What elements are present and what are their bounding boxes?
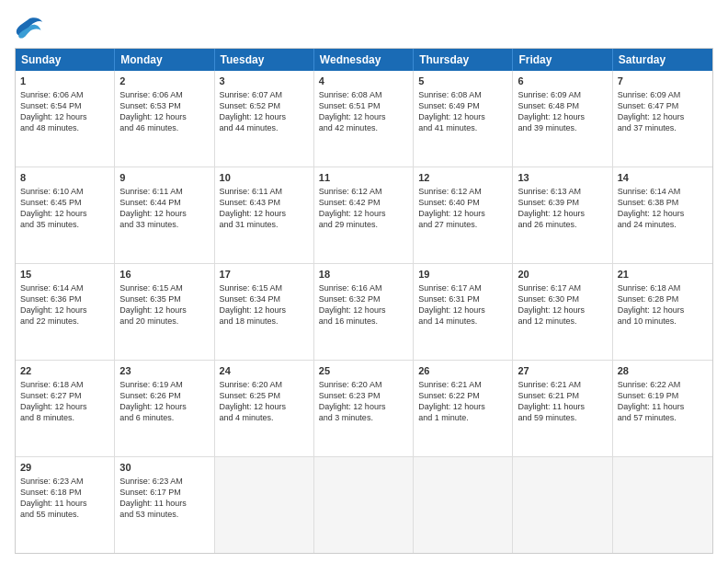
logo-icon	[15, 15, 44, 40]
calendar-cell	[314, 457, 414, 553]
day-info-line: Sunrise: 6:20 AM	[220, 379, 309, 390]
day-info-line: Daylight: 12 hours	[119, 304, 209, 316]
day-info-line: Sunset: 6:17 PM	[119, 487, 209, 498]
calendar-cell: 27Sunrise: 6:21 AMSunset: 6:21 PMDayligh…	[513, 361, 612, 456]
calendar-cell: 20Sunrise: 6:17 AMSunset: 6:30 PMDayligh…	[513, 264, 612, 360]
day-number: 22	[20, 364, 109, 378]
day-info-line: Daylight: 12 hours	[20, 208, 109, 219]
day-info-line: Sunset: 6:18 PM	[20, 487, 109, 498]
day-info-line: Daylight: 12 hours	[20, 401, 109, 412]
day-number: 27	[518, 364, 607, 378]
day-info-line: and 29 minutes.	[319, 219, 408, 230]
calendar-cell: 13Sunrise: 6:13 AMSunset: 6:39 PMDayligh…	[513, 167, 612, 263]
day-info-line: Sunrise: 6:22 AM	[618, 379, 708, 390]
header-day-monday: Monday	[115, 49, 214, 71]
calendar-cell: 28Sunrise: 6:22 AMSunset: 6:19 PMDayligh…	[613, 361, 712, 456]
day-number: 29	[20, 461, 109, 475]
day-info-line: Daylight: 11 hours	[119, 498, 209, 509]
calendar-cell: 21Sunrise: 6:18 AMSunset: 6:28 PMDayligh…	[613, 264, 712, 360]
day-number: 25	[319, 364, 408, 378]
calendar-cell: 18Sunrise: 6:16 AMSunset: 6:32 PMDayligh…	[314, 264, 414, 360]
calendar-cell: 15Sunrise: 6:14 AMSunset: 6:36 PMDayligh…	[16, 264, 115, 360]
day-info-line: and 26 minutes.	[518, 219, 607, 230]
day-info-line: Sunset: 6:25 PM	[220, 390, 309, 401]
day-number: 4	[319, 75, 408, 88]
day-number: 18	[319, 268, 408, 282]
header	[15, 15, 713, 40]
calendar-cell: 5Sunrise: 6:08 AMSunset: 6:49 PMDaylight…	[414, 71, 513, 167]
day-info-line: Sunrise: 6:09 AM	[518, 89, 607, 100]
calendar-cell: 17Sunrise: 6:15 AMSunset: 6:34 PMDayligh…	[215, 264, 314, 360]
calendar-cell: 26Sunrise: 6:21 AMSunset: 6:22 PMDayligh…	[414, 361, 513, 456]
day-info-line: Daylight: 12 hours	[518, 208, 607, 219]
day-info-line: Daylight: 12 hours	[220, 304, 309, 316]
calendar-row-2: 8Sunrise: 6:10 AMSunset: 6:45 PMDaylight…	[16, 167, 712, 263]
day-info-line: Daylight: 12 hours	[518, 304, 607, 316]
day-info-line: Sunrise: 6:19 AM	[119, 379, 209, 390]
day-info-line: Daylight: 12 hours	[20, 304, 109, 316]
day-info-line: and 41 minutes.	[418, 122, 507, 133]
calendar-cell: 9Sunrise: 6:11 AMSunset: 6:44 PMDaylight…	[115, 167, 214, 263]
day-number: 23	[119, 364, 209, 378]
day-info-line: Daylight: 12 hours	[418, 208, 507, 219]
day-info-line: Daylight: 12 hours	[418, 304, 507, 316]
header-day-saturday: Saturday	[613, 49, 712, 71]
day-info-line: Sunset: 6:19 PM	[618, 390, 708, 401]
day-info-line: and 6 minutes.	[119, 412, 209, 423]
day-info-line: and 37 minutes.	[618, 122, 708, 133]
day-info-line: and 57 minutes.	[618, 412, 708, 423]
day-info-line: Sunset: 6:38 PM	[618, 197, 708, 208]
day-info-line: Sunrise: 6:18 AM	[618, 282, 708, 293]
day-info-line: Sunset: 6:34 PM	[220, 293, 309, 304]
day-info-line: Daylight: 12 hours	[618, 111, 708, 122]
day-info-line: and 55 minutes.	[20, 509, 109, 520]
calendar-cell: 2Sunrise: 6:06 AMSunset: 6:53 PMDaylight…	[115, 71, 214, 167]
day-number: 6	[518, 75, 607, 88]
day-info-line: Daylight: 12 hours	[319, 208, 408, 219]
calendar-cell: 8Sunrise: 6:10 AMSunset: 6:45 PMDaylight…	[16, 167, 115, 263]
day-number: 10	[220, 171, 309, 185]
day-info-line: and 14 minutes.	[418, 316, 507, 327]
day-number: 20	[518, 268, 607, 282]
day-info-line: Sunrise: 6:23 AM	[20, 476, 109, 487]
day-info-line: Sunrise: 6:16 AM	[319, 282, 408, 293]
calendar-cell: 23Sunrise: 6:19 AMSunset: 6:26 PMDayligh…	[115, 361, 214, 456]
day-info-line: Sunset: 6:51 PM	[319, 100, 408, 111]
day-info-line: Sunset: 6:44 PM	[119, 197, 209, 208]
day-number: 13	[518, 171, 607, 185]
day-info-line: Daylight: 12 hours	[618, 304, 708, 316]
day-info-line: Sunrise: 6:21 AM	[518, 379, 607, 390]
day-info-line: Sunrise: 6:08 AM	[319, 89, 408, 100]
day-number: 11	[319, 171, 408, 185]
day-info-line: and 48 minutes.	[20, 122, 109, 133]
day-info-line: Sunrise: 6:11 AM	[119, 186, 209, 197]
day-info-line: Sunrise: 6:11 AM	[220, 186, 309, 197]
header-day-sunday: Sunday	[16, 49, 115, 71]
day-number: 17	[220, 268, 309, 282]
calendar-cell: 24Sunrise: 6:20 AMSunset: 6:25 PMDayligh…	[215, 361, 314, 456]
day-info-line: Sunrise: 6:21 AM	[418, 379, 507, 390]
day-info-line: and 24 minutes.	[618, 219, 708, 230]
calendar-cell: 3Sunrise: 6:07 AMSunset: 6:52 PMDaylight…	[215, 71, 314, 167]
day-info-line: Sunset: 6:36 PM	[20, 293, 109, 304]
day-info-line: Sunrise: 6:12 AM	[319, 186, 408, 197]
day-info-line: and 22 minutes.	[20, 316, 109, 327]
calendar-cell: 10Sunrise: 6:11 AMSunset: 6:43 PMDayligh…	[215, 167, 314, 263]
day-info-line: Sunset: 6:49 PM	[418, 100, 507, 111]
day-info-line: Daylight: 12 hours	[418, 401, 507, 412]
day-info-line: and 35 minutes.	[20, 219, 109, 230]
day-info-line: Daylight: 12 hours	[119, 111, 209, 122]
day-info-line: Sunset: 6:48 PM	[518, 100, 607, 111]
calendar-cell	[513, 457, 612, 553]
calendar-body: 1Sunrise: 6:06 AMSunset: 6:54 PMDaylight…	[16, 71, 712, 553]
calendar-row-1: 1Sunrise: 6:06 AMSunset: 6:54 PMDaylight…	[16, 71, 712, 167]
day-info-line: Sunset: 6:23 PM	[319, 390, 408, 401]
day-info-line: and 53 minutes.	[119, 509, 209, 520]
day-info-line: Daylight: 12 hours	[418, 111, 507, 122]
day-number: 28	[618, 364, 708, 378]
calendar-cell: 4Sunrise: 6:08 AMSunset: 6:51 PMDaylight…	[314, 71, 414, 167]
calendar-cell: 14Sunrise: 6:14 AMSunset: 6:38 PMDayligh…	[613, 167, 712, 263]
day-info-line: Sunrise: 6:12 AM	[418, 186, 507, 197]
day-info-line: Daylight: 11 hours	[618, 401, 708, 412]
calendar: SundayMondayTuesdayWednesdayThursdayFrid…	[15, 48, 713, 554]
